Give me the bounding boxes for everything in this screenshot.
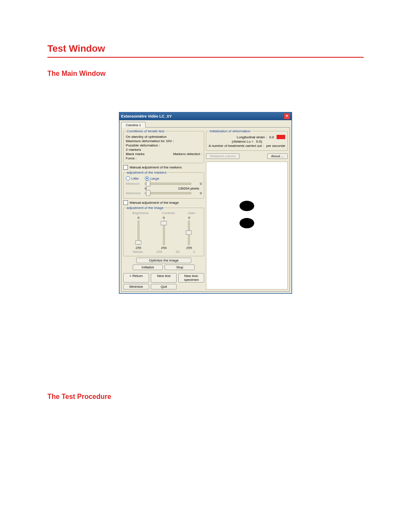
- visualization-group: Initialization of deformation Longitudin…: [206, 129, 288, 151]
- max-slider[interactable]: [145, 192, 191, 194]
- image-legend: adjustment of the image: [126, 206, 164, 210]
- values-1: 255: [156, 250, 162, 254]
- checkbox-icon: [123, 165, 128, 170]
- long-strain-value: 0.0: [269, 135, 274, 139]
- cond-line-1: On standby of optimization: [126, 135, 167, 139]
- min-label: Minimum: [126, 182, 143, 186]
- long-strain-label: Longitudinal strain :: [237, 135, 266, 139]
- gain-label: Gain: [188, 211, 195, 215]
- rule: [47, 57, 364, 58]
- visualization-legend: Initialization of deformation: [209, 129, 251, 133]
- radio-large-label: Large: [150, 177, 159, 180]
- checkbox-icon: [123, 200, 128, 205]
- radio-large[interactable]: Large: [145, 176, 159, 180]
- brightness-label: Brightness: [132, 211, 149, 215]
- tab-camera-1[interactable]: Caméra 1: [121, 122, 146, 128]
- brightness-bot: 255: [136, 246, 141, 250]
- min-slider[interactable]: [145, 183, 191, 185]
- distance-value: 0.0): [256, 140, 262, 143]
- radio-icon: [126, 176, 130, 180]
- max-value: 0: [193, 191, 202, 195]
- cond-line-5b: Markers detected :: [173, 152, 202, 156]
- contrast-bot: 256: [161, 246, 166, 250]
- radio-little[interactable]: Little: [126, 176, 139, 180]
- about-button[interactable]: About ...: [267, 153, 288, 159]
- brightness-slider[interactable]: [137, 221, 140, 245]
- return-button[interactable]: < Return: [123, 273, 149, 283]
- distance-label: (distance Lo =: [232, 140, 253, 143]
- cond-line-2: Maximum deformation for 10V :: [126, 139, 174, 143]
- new-test-button[interactable]: New test: [151, 273, 177, 283]
- close-icon[interactable]: ×: [284, 113, 290, 119]
- markers-check-label: Manual adjustment of the markers: [130, 165, 182, 169]
- new-specimen-button[interactable]: New test-specimen: [178, 273, 204, 283]
- page-title: Test Window: [47, 43, 364, 54]
- contrast-top: 0: [163, 216, 165, 220]
- values-3: 0: [193, 250, 195, 254]
- contrast-label: Contrast: [162, 211, 175, 215]
- brightness-top: 0: [137, 216, 139, 220]
- min-value: 0: [193, 182, 202, 186]
- stop-button[interactable]: Stop: [165, 264, 195, 270]
- quit-button[interactable]: Quit: [151, 284, 177, 289]
- radio-icon: [145, 176, 149, 180]
- mid-pixels: 139264 pixels: [178, 187, 199, 190]
- marker-dot-1: [240, 201, 254, 211]
- markers-group: adjustment of the markers Little Large: [123, 171, 204, 199]
- markers-legend: adjustment of the markers: [126, 171, 167, 174]
- treatments-label: A number of treatments carried out :: [209, 144, 264, 148]
- optimize-button[interactable]: Optimize the image: [136, 258, 191, 263]
- section-heading-test-procedure: The Test Procedure: [47, 393, 364, 401]
- window-title: Extensomètre Vidéo LC_XY: [121, 114, 172, 118]
- camera-preview: [206, 162, 288, 289]
- image-check-label: Manual adjustment of the image: [130, 201, 179, 205]
- gain-top: 0: [188, 216, 190, 220]
- app-window: Extensomètre Vidéo LC_XY × Caméra 1 Cond…: [119, 112, 292, 294]
- image-checkbox[interactable]: Manual adjustment of the image: [123, 200, 204, 205]
- cond-line-3: Possible deformation :: [126, 143, 160, 147]
- markers-checkbox[interactable]: Manual adjustment of the markers: [123, 165, 204, 170]
- image-group: adjustment of the image Brightness Contr…: [123, 206, 204, 256]
- minimize-button[interactable]: Minimize: [123, 284, 149, 289]
- titlebar[interactable]: Extensomètre Vidéo LC_XY ×: [119, 112, 292, 120]
- marker-dot-2: [240, 218, 254, 228]
- max-label: Maximum: [126, 191, 143, 195]
- retained-column-button[interactable]: Retained column: [206, 153, 240, 159]
- radio-little-label: Little: [131, 177, 139, 180]
- values-label: Values: [133, 250, 143, 254]
- values-2: 20: [176, 250, 180, 254]
- conditions-group: Conditions of tensile test On standby of…: [123, 129, 204, 163]
- gain-bot: 255: [186, 246, 192, 250]
- cond-line-4: 2 markers: [126, 148, 141, 152]
- treatments-unit: per seconde: [266, 144, 285, 148]
- conditions-legend: Conditions of tensile test: [126, 129, 165, 133]
- initialize-button[interactable]: Initialize: [133, 264, 163, 270]
- strain-indicator: [277, 135, 285, 139]
- gain-slider[interactable]: [188, 221, 190, 245]
- cond-line-5a: Black marks: [126, 152, 145, 156]
- section-heading-main-window: The Main Window: [47, 70, 364, 78]
- contrast-slider[interactable]: [163, 221, 165, 245]
- cond-line-6: Force :: [126, 156, 137, 160]
